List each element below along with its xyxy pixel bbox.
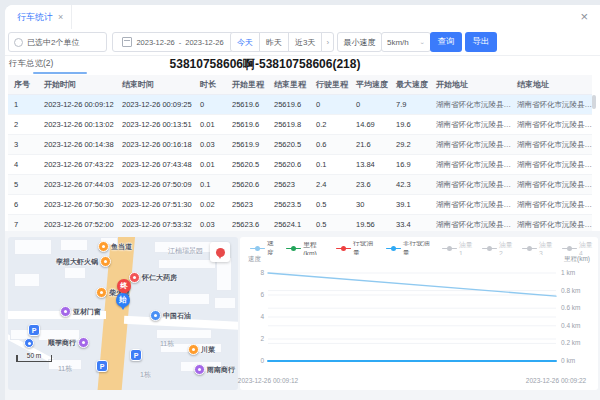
table-cell: 19.56 (350, 215, 390, 232)
tab-close-icon[interactable]: × (58, 12, 63, 22)
chart-legend: 速度里程(km)行驶油量非行驶油量油量1油量2油量3油量4 (250, 241, 596, 255)
more-ranges-arrow[interactable]: › (321, 32, 334, 52)
map-poi[interactable]: 中国石油 (150, 310, 191, 321)
poi-label: 川菜 (201, 345, 215, 355)
poi-icon (98, 241, 109, 252)
svg-text:2: 2 (260, 335, 264, 342)
unit-select[interactable]: 已选中2个单位 (8, 32, 107, 52)
parking-icon[interactable]: P (130, 349, 142, 361)
table-cell: 30 (350, 195, 390, 215)
poi-icon (96, 287, 107, 298)
map-scale: 50 m (16, 354, 52, 362)
map-poi[interactable]: 雨南商行 (194, 364, 235, 375)
legend-item[interactable]: 行驶油量 (336, 241, 380, 255)
table-cell: 42.3 (390, 175, 430, 195)
right-axis-title: 里程(km) (564, 255, 590, 264)
table-row[interactable]: 12023-12-26 00:09:122023-12-26 00:09:250… (8, 95, 592, 115)
panel-close-icon[interactable]: × (580, 9, 588, 24)
table-cell: 2023-12-26 07:43:48 (116, 155, 194, 175)
table-cell: 25620.5 (268, 135, 310, 155)
table-cell: 25623 (268, 175, 310, 195)
legend-item[interactable]: 里程(km) (286, 241, 330, 255)
parking-icon[interactable]: P (28, 324, 40, 336)
svg-text:0: 0 (260, 357, 264, 364)
map-building (60, 239, 88, 251)
legend-marker-icon (442, 245, 457, 252)
table-cell: 25620.6 (268, 155, 310, 175)
column-header: 开始里程 (226, 75, 268, 95)
min-speed-value: 5km/h (387, 38, 409, 47)
table-cell: 25619.6 (268, 95, 310, 115)
column-header: 行驶里程 (310, 75, 350, 95)
table-cell: 19.6 (390, 115, 430, 135)
table-cell: 0.6 (310, 135, 350, 155)
date-range-input[interactable]: 2023-12-26 - 2023-12-26 (112, 32, 234, 52)
map-poi[interactable]: 鱼当道 (98, 241, 132, 252)
table-cell: 湖南省怀化市沅陵县沅... (511, 215, 592, 232)
legend-item[interactable]: 非行驶油量 (386, 241, 436, 255)
map-poi[interactable]: 川菜 (188, 344, 215, 355)
end-pin-marker[interactable]: 终 (117, 279, 131, 293)
map-poi[interactable]: 孪想大虾火锅 (56, 256, 111, 267)
export-button[interactable]: 导出 (465, 32, 497, 52)
track-map[interactable]: 鱼当道孪想大虾火锅江楠瑞景园怀仁大药房柴火商终始亚材门窗中国石油顺季商行PPP川… (8, 237, 238, 390)
table-cell: 2.4 (310, 175, 350, 195)
map-building (64, 267, 86, 279)
last-3-days-button[interactable]: 近3天 (288, 32, 322, 52)
map-area-label: 11栋 (160, 339, 174, 349)
bottom-section: 鱼当道孪想大虾火锅江楠瑞景园怀仁大药房柴火商终始亚材门窗中国石油顺季商行PPP川… (5, 231, 600, 400)
table-cell: 2023-12-26 07:50:30 (38, 195, 116, 215)
table-row[interactable]: 22023-12-26 00:13:022023-12-26 00:13:510… (8, 115, 592, 135)
table-row[interactable]: 42023-12-26 07:43:222023-12-26 07:43:480… (8, 155, 592, 175)
start-pin-marker[interactable]: 始 (116, 293, 130, 307)
legend-item[interactable]: 油量4 (562, 241, 596, 255)
table-cell: 0.01 (194, 155, 226, 175)
legend-item[interactable]: 油量3 (522, 241, 556, 255)
yesterday-button[interactable]: 昨天 (259, 32, 289, 52)
table-row[interactable]: 52023-12-26 07:44:032023-12-26 07:50:090… (8, 175, 592, 195)
map-building (14, 273, 40, 287)
screen: 行车统计 × × 已选中2个单位 2023-12-26 - 2023-12-26… (0, 0, 600, 400)
legend-item[interactable]: 速度 (250, 241, 280, 255)
legend-label: 行驶油量 (353, 241, 380, 255)
app-window: 行车统计 × × 已选中2个单位 2023-12-26 - 2023-12-26… (5, 5, 600, 400)
map-scale-label: 50 m (27, 352, 41, 359)
map-building (168, 293, 210, 305)
min-speed-select[interactable]: 5km/h ⌄ (381, 32, 431, 52)
table-scrollbar[interactable] (592, 95, 596, 109)
table-cell: 湖南省怀化市沅陵县沅... (511, 135, 592, 155)
svg-text:0.2 km: 0.2 km (561, 339, 581, 346)
table-row[interactable]: 62023-12-26 07:50:302023-12-26 07:51:300… (8, 195, 592, 215)
map-area-label: 1栋 (140, 370, 151, 380)
query-button[interactable]: 查询 (430, 32, 462, 52)
map-poi[interactable]: 怀仁大药房 (129, 272, 177, 283)
poi-dot-icon[interactable] (24, 338, 34, 348)
parking-icon[interactable]: P (96, 360, 108, 372)
table-row[interactable]: 72023-12-26 07:52:002023-12-26 07:53:320… (8, 215, 592, 232)
series-line (268, 273, 556, 296)
table-cell: 0.1 (310, 155, 350, 175)
legend-label: 非行驶油量 (403, 241, 436, 255)
table-cell: 2023-12-26 07:51:30 (116, 195, 194, 215)
table-row[interactable]: 32023-12-26 00:14:382023-12-26 00:16:180… (8, 135, 592, 155)
map-area-label: 江楠瑞景园 (168, 246, 203, 256)
table-cell: 湖南省怀化市沅陵县沅... (430, 95, 511, 115)
tab-trip-overview[interactable]: 行车总览(2) (9, 58, 53, 70)
today-button[interactable]: 今天 (230, 32, 260, 52)
legend-label: 油量2 (499, 241, 516, 255)
map-poi[interactable]: 顺季商行 (48, 337, 89, 348)
unit-select-value: 已选中2个单位 (27, 37, 79, 48)
overview-row: 行车总览(2) 53810758606啊-53810758606(218) (5, 55, 600, 75)
table-cell: 0.03 (194, 215, 226, 232)
table-cell: 0.5 (310, 195, 350, 215)
legend-item[interactable]: 油量1 (442, 241, 476, 255)
column-header: 结束里程 (268, 75, 310, 95)
x-axis-end-label: 2023-12-26 00:09:22 (526, 377, 586, 384)
date-end: 2023-12-26 (185, 38, 223, 47)
legend-item[interactable]: 油量2 (482, 241, 516, 255)
tab-driving-stats[interactable]: 行车统计 × (9, 5, 72, 29)
map-poi[interactable]: 亚材门窗 (60, 306, 101, 317)
column-header: 开始地址 (430, 75, 511, 95)
date-start: 2023-12-26 (136, 38, 174, 47)
map-locate-control[interactable] (210, 242, 230, 262)
